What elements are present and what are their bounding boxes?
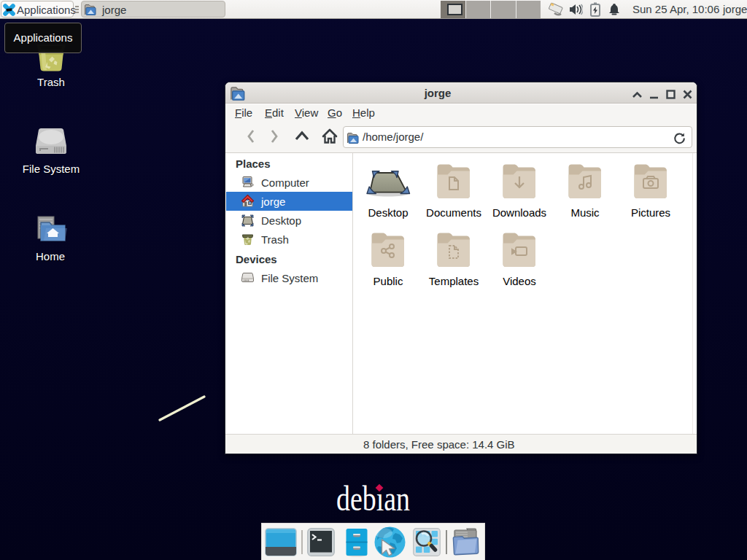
svg-text:debıan: debıan [336, 479, 410, 518]
